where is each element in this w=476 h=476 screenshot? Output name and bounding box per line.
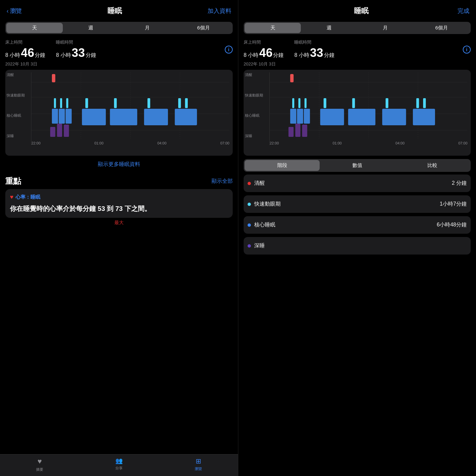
tab-share-label: 分享: [115, 466, 123, 471]
heart-icon: ♥: [10, 194, 14, 201]
tab-browse-label: 瀏覽: [195, 466, 202, 471]
right-header: 睡眠 完成: [238, 0, 476, 19]
r-chart-x-axis: 22:00 01:00 04:00 07:00: [270, 141, 467, 145]
left-stats: 床上時間 8 小時 46 分鐘 睡眠時間 8 小時 33 分鐘 i: [0, 37, 238, 67]
share-tab-icon: 👥: [115, 457, 123, 464]
r-x-label-0700: 07:00: [458, 141, 467, 145]
left-segment-control: 天 週 月 6個月: [5, 22, 233, 34]
sub-tab-compare[interactable]: 比較: [395, 160, 470, 171]
svg-rect-18: [85, 98, 88, 108]
tab-browse[interactable]: ⊞ 瀏覽: [159, 457, 238, 472]
svg-rect-34: [289, 127, 294, 137]
y-label-rem: 快速動眼期: [7, 93, 27, 98]
stage-dot-core: [248, 223, 251, 227]
r-chart-plot-area: 22:00 01:00 04:00 07:00: [269, 72, 467, 145]
r-segment-week[interactable]: 週: [301, 23, 357, 33]
x-label-0100: 01:00: [94, 141, 103, 145]
segment-6month[interactable]: 6個月: [176, 23, 232, 33]
svg-rect-19: [110, 109, 138, 125]
svg-rect-42: [304, 98, 306, 108]
svg-rect-10: [64, 125, 69, 137]
r-segment-month[interactable]: 月: [357, 23, 414, 33]
tab-share[interactable]: 👥 分享: [79, 457, 159, 472]
chart-y-axis: 清醒 快速動眼期 核心睡眠 深睡: [5, 72, 28, 139]
back-button[interactable]: ‹ 瀏覽: [7, 7, 22, 15]
svg-rect-40: [292, 98, 294, 108]
r-bed-hours: 8 小時: [244, 52, 258, 59]
right-sleep-chart: 清醒 快速動眼期 核心睡眠 深睡: [244, 70, 471, 156]
r-bed-minutes: 46: [259, 46, 272, 60]
stage-name-awake: 清醒: [254, 180, 265, 187]
stage-row-awake: 清醒 2 分鐘: [244, 175, 471, 192]
sleep-chart-svg: [31, 72, 229, 139]
svg-rect-12: [59, 109, 65, 124]
sleep-date: 2022年 10月 3日: [5, 61, 233, 67]
sub-tab-stage[interactable]: 階段: [245, 160, 320, 171]
segment-month[interactable]: 月: [119, 23, 176, 33]
svg-rect-24: [178, 98, 181, 108]
highlights-header: 重點 顯示全部: [0, 173, 238, 189]
x-label-2200: 22:00: [31, 141, 41, 145]
chart-plot-area: 22:00 01:00 04:00 07:00: [31, 72, 229, 145]
stage-list: 清醒 2 分鐘 快速動眼期 1小時7分鐘 核心睡眠 6小時48分鐘 深睡: [238, 175, 476, 258]
highlight-footer: 最大: [5, 220, 233, 226]
info-icon[interactable]: i: [225, 46, 233, 54]
highlight-text: 你在睡覺時的心率介於每分鐘 53 到 73 下之間。: [10, 204, 228, 213]
r-chart-y-axis: 清醒 快速動眼期 核心睡眠 深睡: [244, 72, 267, 139]
svg-rect-11: [52, 109, 58, 124]
right-panel: 睡眠 完成 天 週 月 6個月 床上時間 8 小時 46 分鐘 睡眠時間: [238, 0, 476, 476]
sub-tabs: 階段 數值 比較: [244, 159, 471, 172]
stage-duration-rem: 1小時7分鐘: [440, 201, 467, 208]
right-stats: 床上時間 8 小時 46 分鐘 睡眠時間 8 小時 33 分鐘 i: [238, 37, 476, 67]
left-header: ‹ 瀏覽 睡眠 加入資料: [0, 0, 238, 19]
r-info-icon[interactable]: i: [463, 46, 471, 54]
r-sleep-time-label: 睡眠時間: [294, 39, 334, 45]
stage-dot-rem: [248, 203, 251, 206]
svg-rect-48: [386, 98, 388, 108]
svg-rect-33: [290, 74, 294, 82]
r-bed-time-label: 床上時間: [244, 39, 284, 45]
r-segment-day[interactable]: 天: [245, 23, 301, 33]
show-more-button[interactable]: 顯示更多睡眠資料: [0, 156, 238, 173]
svg-rect-43: [320, 109, 344, 125]
stage-row-core: 核心睡眠 6小時48分鐘: [244, 216, 471, 234]
chevron-left-icon: ‹: [7, 8, 9, 15]
y-label-deep: 深睡: [7, 134, 27, 139]
r-x-label-2200: 22:00: [270, 141, 279, 145]
right-segment-control: 天 週 月 6個月: [244, 22, 471, 34]
tab-summary[interactable]: ♥ 摘要: [0, 457, 79, 472]
browse-tab-icon: ⊞: [196, 457, 201, 465]
stage-name-core: 核心睡眠: [254, 221, 275, 228]
r-segment-6month[interactable]: 6個月: [414, 23, 470, 33]
sub-tab-value[interactable]: 數值: [320, 160, 395, 171]
r-bed-unit: 分鐘: [273, 52, 284, 59]
heart-tab-icon: ♥: [37, 457, 42, 466]
right-title: 睡眠: [354, 6, 369, 16]
segment-day[interactable]: 天: [6, 23, 63, 33]
stage-name-deep: 深睡: [254, 242, 265, 249]
bed-time-label: 床上時間: [5, 39, 45, 45]
x-label-0400: 04:00: [157, 141, 167, 145]
add-data-button[interactable]: 加入資料: [208, 7, 231, 15]
segment-week[interactable]: 週: [63, 23, 119, 33]
stage-dot-awake: [248, 182, 251, 185]
done-button[interactable]: 完成: [457, 7, 469, 15]
svg-rect-15: [60, 98, 62, 108]
svg-rect-14: [54, 98, 56, 108]
sleep-time-label: 睡眠時間: [56, 39, 96, 45]
svg-rect-41: [298, 98, 300, 108]
svg-rect-46: [352, 98, 355, 108]
highlight-card: ♥ 心率：睡眠 你在睡覺時的心率介於每分鐘 53 到 73 下之間。: [5, 189, 233, 218]
sleep-minutes: 33: [72, 46, 85, 60]
r-x-label-0400: 04:00: [395, 141, 405, 145]
highlight-subtitle: 心率：睡眠: [16, 194, 40, 200]
svg-rect-22: [147, 98, 150, 108]
show-all-button[interactable]: 顯示全部: [212, 178, 233, 185]
stage-duration-awake: 2 分鐘: [452, 180, 467, 187]
svg-rect-23: [175, 109, 197, 125]
svg-rect-21: [144, 109, 168, 125]
r-y-label-awake: 清醒: [245, 72, 265, 77]
r-y-label-deep: 深睡: [245, 134, 265, 139]
svg-rect-36: [302, 125, 307, 137]
svg-rect-38: [297, 109, 303, 124]
